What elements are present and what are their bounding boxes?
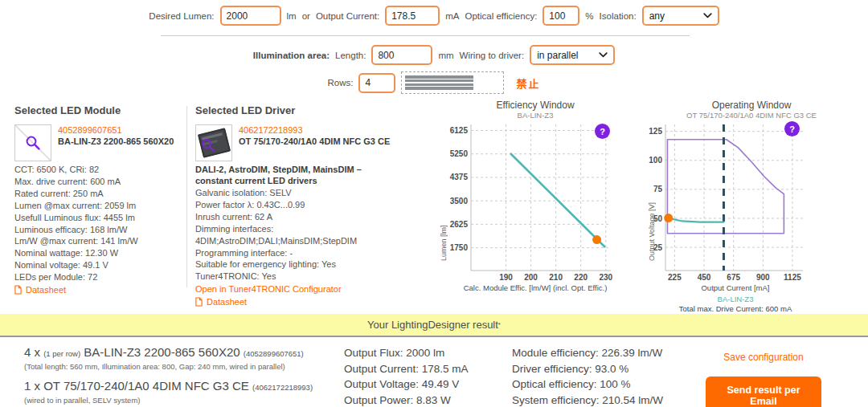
- selected-led-driver-panel: Selected LED Driver 4062172218993 OT 75/…: [195, 104, 425, 307]
- optical-efficiency-label: Optical efficiency:: [465, 11, 537, 21]
- module-article-number-link[interactable]: 4052899607651: [58, 124, 174, 136]
- svg-text:675: 675: [727, 273, 740, 282]
- driver-thumbnail[interactable]: [195, 124, 232, 161]
- svg-text:900: 900: [756, 273, 770, 282]
- operating-window-max-current-note: Total max. Drive Current: 600 mA: [643, 304, 828, 314]
- result-module-details: (Total length: 560 mm, Illumination area…: [24, 362, 346, 371]
- svg-text:230: 230: [599, 273, 612, 282]
- module-spec-cct: CCT: 6500 K, CRi: 82: [14, 164, 185, 176]
- mm-unit-label: mm: [438, 51, 453, 60]
- result-efficiency-column: Module efficiency: 226.39 lm/W Driver ef…: [512, 345, 663, 407]
- length-label: Length:: [335, 51, 366, 60]
- operating-window-help-icon[interactable]: ?: [784, 121, 800, 136]
- wiring-select[interactable]: in parallel: [530, 45, 615, 65]
- svg-text:1750: 1750: [450, 243, 469, 252]
- wiring-to-driver-label: Wiring to driver:: [460, 51, 525, 60]
- tuner4tronic-configurator-link[interactable]: Open in Tuner4TRONIC Configurator: [195, 283, 425, 295]
- driver-spec-dimming-interfaces-label: Dimming interfaces:: [195, 223, 425, 235]
- lighting-designer-page: Desired Lumen: lm or Output Current: mA …: [0, 0, 868, 407]
- efficiency-window-xlabel: Calc. Module Effic. [lm/W] (incl. Opt. E…: [444, 283, 627, 293]
- result-module-line: 4 x (1 per row) BA-LIN-Z3 2200-865 560X2…: [24, 345, 346, 360]
- module-product-name: BA-LIN-Z3 2200-865 560X20: [58, 136, 174, 146]
- driver-spec-dimming-interfaces-list: 4DIM;AstroDIM;DALI;MainsDIM;StepDIM: [195, 235, 425, 247]
- driver-spec-emergency-lighting: Suitable for emergency lighting: Yes: [195, 258, 425, 271]
- desired-lumen-input[interactable]: [220, 6, 281, 26]
- driver-family-description: DALI-2, AstroDIM, StepDIM, MainsDIM – co…: [195, 164, 396, 186]
- operating-window-plot: 2254506759001125255075100125: [645, 120, 809, 283]
- efficiency-window-help-icon[interactable]: ?: [595, 124, 610, 139]
- rows-input[interactable]: [358, 73, 395, 93]
- svg-text:5250: 5250: [450, 149, 469, 158]
- module-per-row-note: (1 per row): [43, 349, 80, 358]
- led-row-stripe: [405, 87, 473, 90]
- efficiency-window-chart: Efficiency Window BA-LIN-Z3 Lumen [lm] 1…: [444, 100, 627, 293]
- module-spec-leds-per-module: LEDs per Module: 72: [14, 271, 185, 283]
- driver-spec-galvanic-isolation: Galvanic isolation: SELV: [195, 187, 425, 199]
- module-product-info: 4052899607651 BA-LIN-Z3 2200-865 560X20: [58, 124, 174, 161]
- isolation-select[interactable]: any: [642, 6, 719, 26]
- svg-text:125: 125: [649, 127, 662, 136]
- operating-window-subtitle: OT 75/170-240/1A0 4DIM NFC G3 CE: [643, 111, 860, 120]
- driver-spec-power-factor: Power factor λ: 0.43C...0.99: [195, 199, 425, 211]
- efficiency-window-ylabel: Lumen [lm]: [440, 140, 448, 261]
- module-spec-lumen-max: Lumen @max current: 2059 lm: [14, 200, 185, 212]
- output-power-value: Output Power: 8.83 W: [344, 393, 469, 407]
- rows-warning-text: 禁止: [516, 75, 540, 91]
- illumination-area-row: Illumination area: Length: mm Wiring to …: [0, 45, 868, 65]
- result-output-column: Output Flux: 2000 lm Output Current: 178…: [344, 345, 469, 407]
- result-driver-line: 1 x OT 75/170-240/1A0 4DIM NFC G3 CE (40…: [24, 379, 346, 394]
- rows-label: Rows:: [328, 78, 354, 88]
- send-result-email-button[interactable]: Send result per Email: [706, 376, 821, 407]
- lumen-unit-label: lm: [287, 11, 297, 21]
- module-spec-efficacy: Luminous efficacy: 168 lm/W: [14, 224, 185, 236]
- svg-text:190: 190: [499, 273, 513, 282]
- led-row-stripe: [405, 79, 473, 83]
- form-divider: [161, 35, 690, 36]
- module-spec-wattage: Nominal wattage: 12.30 W: [14, 247, 185, 259]
- driver-panel-title: Selected LED Driver: [195, 104, 425, 116]
- svg-text:4375: 4375: [450, 173, 469, 181]
- module-thumbnail[interactable]: [14, 124, 51, 161]
- driver-article-number-link[interactable]: 4062172218993: [239, 124, 390, 136]
- svg-text:225: 225: [668, 273, 682, 282]
- optical-efficiency-input[interactable]: [542, 6, 579, 26]
- efficiency-window-title: Efficiency Window: [444, 100, 627, 111]
- driver-datasheet-label: Datasheet: [207, 297, 247, 307]
- save-configuration-link[interactable]: Save configuration: [706, 352, 821, 363]
- result-driver-name: OT 75/170-240/1A0 4DIM NFC G3 CE: [43, 379, 249, 393]
- svg-text:210: 210: [549, 273, 563, 282]
- chevron-down-icon: [703, 13, 712, 18]
- module-spec-lmw-max: Lm/W @max current: 141 lm/W: [14, 235, 185, 247]
- module-product-row: 4052899607651 BA-LIN-Z3 2200-865 560X20: [14, 124, 185, 161]
- or-label: or: [302, 11, 310, 21]
- result-module-article: (4052899607651): [244, 349, 304, 358]
- driver-spec-programming-interface: Programming interface: -: [195, 247, 425, 259]
- efficiency-window-subtitle: BA-LIN-Z3: [444, 111, 627, 120]
- module-spec-useful-flux: Usefull Luminous flux: 4455 lm: [14, 212, 185, 224]
- result-driver-article: (4062172218993): [252, 383, 313, 392]
- output-voltage-value: Output Voltage: 49.49 V: [344, 376, 469, 393]
- module-quantity: 4 x: [24, 345, 40, 359]
- driver-datasheet-link[interactable]: Datasheet: [195, 297, 425, 307]
- chevron-down-icon: [599, 52, 608, 58]
- result-driver-details: (wired to in parallel, SELV system): [24, 396, 346, 405]
- output-flux-value: Output Flux: 2000 lm: [344, 345, 469, 361]
- driver-product-row: 4062172218993 OT 75/170-240/1A0 4DIM NFC…: [195, 124, 425, 161]
- svg-text:2625: 2625: [450, 220, 469, 229]
- module-spec-voltage: Nominal voltage: 49.1 V: [14, 259, 185, 271]
- svg-text:6125: 6125: [450, 126, 469, 135]
- driver-product-name: OT 75/170-240/1A0 4DIM NFC G3 CE: [239, 136, 390, 146]
- output-current-input[interactable]: [385, 6, 440, 26]
- ma-unit-label: mA: [445, 11, 459, 21]
- isolation-selected-value: any: [649, 10, 665, 22]
- desired-lumen-label: Desired Lumen:: [149, 11, 214, 21]
- led-row-stripe: [405, 83, 473, 87]
- document-icon: [14, 285, 22, 295]
- driver-spec-tuner4tronic: Tuner4TRONIC: Yes: [195, 271, 425, 283]
- length-input[interactable]: [371, 45, 432, 65]
- driver-product-info: 4062172218993 OT 75/170-240/1A0 4DIM NFC…: [239, 124, 390, 161]
- svg-text:1125: 1125: [784, 273, 801, 282]
- isolation-label: Isolation:: [600, 11, 637, 21]
- driver-quantity: 1 x: [24, 379, 40, 393]
- module-datasheet-link[interactable]: Datasheet: [14, 285, 185, 295]
